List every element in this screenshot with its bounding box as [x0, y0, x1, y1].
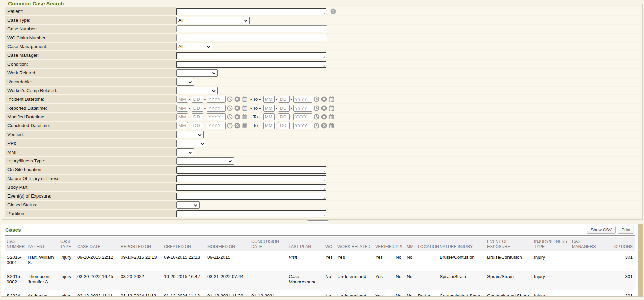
verified-select[interactable] — [176, 131, 204, 138]
reported_datetime-from-clock-icon[interactable] — [227, 105, 233, 111]
patient-resize-grip[interactable] — [323, 12, 325, 14]
concluded_datetime-to-calendar-icon[interactable] — [329, 123, 334, 129]
incident_datetime-to-dd-input[interactable] — [278, 96, 290, 103]
incident_datetime-from-clear-icon[interactable] — [234, 96, 240, 102]
case_number-field[interactable] — [176, 25, 327, 32]
cell-2-11: Yes — [373, 290, 394, 297]
modified_datetime-from-clock-icon[interactable] — [227, 114, 233, 120]
reported_datetime-to-clock-icon[interactable] — [314, 105, 319, 111]
search-form-rows: Patient:?Case Type:AllCase Number:WC Cla… — [5, 7, 640, 217]
body_part-field[interactable] — [176, 184, 326, 191]
concluded_datetime-to-dd-input[interactable] — [278, 122, 290, 129]
partition-resize-grip[interactable] — [323, 214, 325, 216]
partition-field[interactable] — [176, 210, 326, 217]
reported_datetime-from-clear-icon[interactable] — [234, 105, 240, 111]
concluded_datetime-from-dd-input[interactable] — [192, 122, 203, 129]
cases-table-head: CASE NUMBERPATIENTCASE TYPECASE DATEREPO… — [5, 237, 635, 251]
concluded_datetime-from-calendar-icon[interactable] — [242, 123, 248, 129]
partition-field-wrap — [176, 210, 326, 217]
cell-2-0: S2024-0001 — [5, 290, 26, 297]
events_of_exposure-resize-grip[interactable] — [323, 197, 325, 199]
reported_datetime-from-calendar-icon[interactable] — [242, 105, 248, 111]
modified_datetime-from-mm-input[interactable] — [176, 113, 188, 120]
recordable-select[interactable] — [176, 78, 194, 86]
incident_datetime-from-yyyy-input[interactable] — [207, 96, 226, 103]
modified_datetime-to-clock-icon[interactable] — [314, 114, 319, 120]
cell-0-1: Hart, William S. — [26, 251, 58, 271]
modified_datetime-range: --- To --- — [176, 113, 335, 120]
incident_datetime-to-clock-icon[interactable] — [314, 96, 319, 102]
modified_datetime-to-calendar-icon[interactable] — [329, 114, 334, 120]
mmi-select[interactable] — [176, 148, 194, 156]
cell-1-8: Case Management — [287, 271, 323, 290]
value-cell-wc_claim_number — [176, 34, 640, 42]
nature_of_injury-field-wrap — [176, 175, 326, 182]
cases-title: Cases — [5, 227, 21, 233]
modified_datetime-from-calendar-icon[interactable] — [242, 114, 248, 120]
reported_datetime-to-label: - To - — [250, 106, 261, 111]
concluded_datetime-to-clock-icon[interactable] — [314, 123, 319, 129]
reported_datetime-to-calendar-icon[interactable] — [329, 105, 334, 111]
help-icon[interactable]: ? — [330, 8, 336, 14]
concluded_datetime-to-label: - To - — [250, 123, 261, 128]
reported_datetime-from-yyyy-input[interactable] — [207, 105, 226, 112]
reported_datetime-to-separator-1: - — [276, 106, 277, 111]
modified_datetime-from-dd-input[interactable] — [192, 113, 203, 120]
events_of_exposure-field[interactable] — [176, 193, 326, 200]
incident_datetime-to-calendar-icon[interactable] — [329, 96, 334, 102]
common-case-search-title: Common Case Search — [6, 1, 66, 7]
search-button-clipped[interactable] — [307, 220, 329, 224]
case_manager-field[interactable] — [176, 52, 326, 59]
workers_comp_related-select[interactable] — [176, 87, 218, 94]
body_part-resize-grip[interactable] — [323, 188, 325, 190]
on_site_location-field[interactable] — [176, 166, 326, 174]
reported_datetime-from-dd-input[interactable] — [192, 105, 203, 112]
incident_datetime-to-mm-input[interactable] — [263, 96, 275, 103]
incident_datetime-to-clear-icon[interactable] — [321, 96, 327, 102]
condition-field[interactable] — [176, 61, 326, 68]
print-button[interactable]: Print — [618, 226, 634, 234]
case_type-select[interactable]: All — [176, 17, 250, 24]
work_related-select[interactable] — [176, 69, 218, 77]
patient-field[interactable] — [176, 8, 326, 15]
injury_illness_type-select[interactable] — [176, 157, 234, 165]
reported_datetime-to-clear-icon[interactable] — [321, 105, 327, 111]
case_management-select[interactable]: All — [176, 43, 212, 50]
concluded_datetime-to-mm-input[interactable] — [263, 122, 275, 129]
show-csv-button[interactable]: Show CSV — [587, 226, 616, 234]
reported_datetime-from-separator-1: - — [189, 106, 191, 111]
wc_claim_number-field[interactable] — [176, 34, 327, 41]
cell-1-19: 301 — [604, 271, 635, 290]
concluded_datetime-from-clock-icon[interactable] — [227, 123, 233, 129]
condition-resize-grip[interactable] — [323, 65, 325, 67]
cases-scrollbar[interactable] — [638, 224, 643, 296]
modified_datetime-from-yyyy-input[interactable] — [207, 113, 226, 120]
modified_datetime-to-dd-input[interactable] — [278, 113, 290, 120]
reported_datetime-from-mm-input[interactable] — [176, 105, 188, 112]
closed_status-select[interactable] — [176, 201, 200, 209]
concluded_datetime-to-clear-icon[interactable] — [321, 123, 327, 129]
concluded_datetime-from-yyyy-input[interactable] — [207, 122, 226, 129]
reported_datetime-to-yyyy-input[interactable] — [293, 105, 312, 112]
ppi-select[interactable] — [176, 140, 206, 147]
incident_datetime-from-mm-input[interactable] — [176, 96, 188, 103]
incident_datetime-from-dd-input[interactable] — [192, 96, 203, 103]
concluded_datetime-to-yyyy-input[interactable] — [293, 122, 312, 129]
modified_datetime-to-mm-input[interactable] — [263, 113, 275, 120]
concluded_datetime-from-mm-input[interactable] — [176, 122, 188, 129]
incident_datetime-from-clock-icon[interactable] — [227, 96, 233, 102]
incident_datetime-to-yyyy-input[interactable] — [293, 96, 312, 103]
nature_of_injury-resize-grip[interactable] — [323, 179, 325, 181]
modified_datetime-from-clear-icon[interactable] — [234, 114, 240, 120]
modified_datetime-to-yyyy-input[interactable] — [293, 113, 312, 120]
cell-0-8: Visit — [287, 251, 323, 271]
modified_datetime-to-clear-icon[interactable] — [321, 114, 327, 120]
cell-0-0: S2015-0001 — [5, 251, 26, 271]
incident_datetime-from-calendar-icon[interactable] — [242, 96, 248, 102]
on_site_location-resize-grip[interactable] — [323, 170, 325, 172]
reported_datetime-to-dd-input[interactable] — [278, 105, 290, 112]
concluded_datetime-from-clear-icon[interactable] — [234, 123, 240, 129]
case_manager-resize-grip[interactable] — [323, 56, 325, 58]
nature_of_injury-field[interactable] — [176, 175, 326, 182]
reported_datetime-to-mm-input[interactable] — [263, 105, 275, 112]
